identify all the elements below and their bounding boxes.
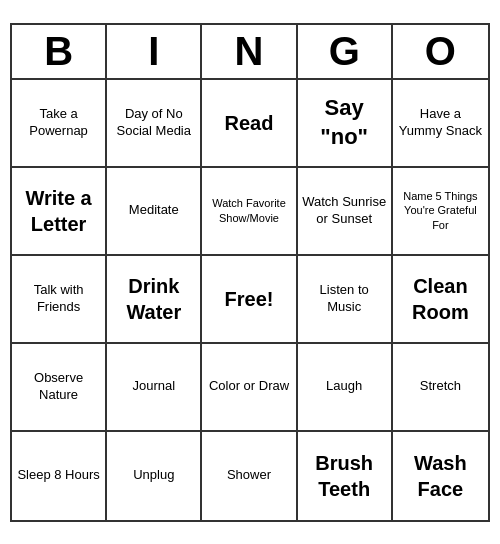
bingo-cell-23: Brush Teeth [298, 432, 393, 520]
bingo-cell-13: Listen to Music [298, 256, 393, 344]
bingo-cell-11: Drink Water [107, 256, 202, 344]
bingo-cell-1: Day of No Social Media [107, 80, 202, 168]
bingo-cell-10: Talk with Friends [12, 256, 107, 344]
bingo-letter-b: B [12, 25, 107, 78]
bingo-cell-22: Shower [202, 432, 297, 520]
bingo-header: BINGO [12, 25, 488, 80]
bingo-cell-12: Free! [202, 256, 297, 344]
bingo-cell-16: Journal [107, 344, 202, 432]
bingo-cell-4: Have a Yummy Snack [393, 80, 488, 168]
bingo-cell-2: Read [202, 80, 297, 168]
bingo-letter-g: G [298, 25, 393, 78]
bingo-cell-21: Unplug [107, 432, 202, 520]
bingo-cell-6: Meditate [107, 168, 202, 256]
bingo-cell-9: Name 5 Things You're Grateful For [393, 168, 488, 256]
bingo-cell-17: Color or Draw [202, 344, 297, 432]
bingo-letter-o: O [393, 25, 488, 78]
bingo-grid: Take a PowernapDay of No Social MediaRea… [12, 80, 488, 520]
bingo-letter-n: N [202, 25, 297, 78]
bingo-cell-20: Sleep 8 Hours [12, 432, 107, 520]
bingo-cell-18: Laugh [298, 344, 393, 432]
bingo-cell-3: Say "no" [298, 80, 393, 168]
bingo-cell-8: Watch Sunrise or Sunset [298, 168, 393, 256]
bingo-cell-5: Write a Letter [12, 168, 107, 256]
bingo-card: BINGO Take a PowernapDay of No Social Me… [10, 23, 490, 522]
bingo-cell-15: Observe Nature [12, 344, 107, 432]
bingo-cell-14: Clean Room [393, 256, 488, 344]
bingo-cell-0: Take a Powernap [12, 80, 107, 168]
bingo-letter-i: I [107, 25, 202, 78]
bingo-cell-19: Stretch [393, 344, 488, 432]
bingo-cell-7: Watch Favorite Show/Movie [202, 168, 297, 256]
bingo-cell-24: Wash Face [393, 432, 488, 520]
